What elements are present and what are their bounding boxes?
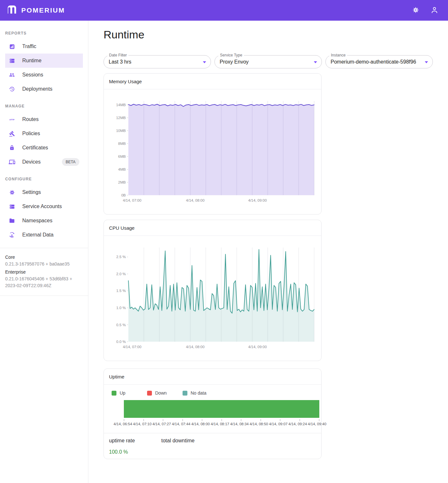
service-type-value: Proxy Envoy (220, 59, 249, 65)
nodata-swatch-icon (183, 391, 187, 396)
sidebar-item-label: Sessions (22, 72, 43, 78)
service-type-select[interactable]: Service Type Proxy Envoy (214, 55, 322, 68)
uptime-axis-label: 4/14, 07:27 (152, 422, 171, 426)
up-swatch-icon (112, 391, 116, 396)
sidebar-item-runtime[interactable]: Runtime (5, 54, 83, 68)
history-icon (8, 86, 15, 93)
uptime-tick (183, 419, 183, 421)
uptime-tick (319, 419, 319, 421)
sidebar-item-settings[interactable]: Settings (5, 185, 83, 199)
uptime-axis-label: 4/14, 07:44 (172, 422, 191, 426)
sidebar-item-policies[interactable]: Policies (5, 126, 83, 141)
main-content: Runtime Date Filter Last 3 hrs Service T… (88, 21, 448, 483)
sidebar-item-namespaces[interactable]: Namespaces (5, 214, 83, 228)
down-swatch-icon (147, 391, 152, 396)
sidebar-item-label: External Data (22, 232, 54, 238)
uptime-bar[interactable] (124, 400, 319, 418)
uptime-stats: uptime rate total downtime 100.0 % (104, 433, 321, 456)
svg-text:2MB: 2MB (118, 180, 126, 184)
sidebar-item-label: Routes (22, 116, 39, 122)
sidebar-item-label: Devices (22, 159, 41, 165)
sidebar-item-service-accounts[interactable]: Service Accounts (5, 199, 83, 214)
legend-label: Up (120, 390, 125, 396)
svg-text:1.5 %: 1.5 % (116, 289, 126, 293)
sidebar-item-traffic[interactable]: Traffic (5, 39, 83, 54)
uptime-title: Uptime (104, 369, 321, 385)
instance-select[interactable]: Instance Pomerium-demo-authenticate-598f… (325, 55, 433, 68)
sidebar-item-certificates[interactable]: Certificates (5, 141, 83, 155)
sidebar-item-routes[interactable]: HTTP Routes (5, 112, 83, 126)
svg-text:12MB: 12MB (116, 116, 126, 120)
section-label-manage: MANAGE (0, 101, 88, 112)
svg-text:4/14, 09:00: 4/14, 09:00 (248, 345, 267, 349)
section-label-reports: REPORTS (0, 28, 88, 39)
sidebar-item-external-data[interactable]: External Data (5, 228, 83, 242)
sidebar-item-label: Policies (22, 131, 40, 136)
uptime-tick (202, 419, 202, 421)
instance-value: Pomerium-demo-authenticate-598f96 (331, 59, 416, 65)
uptime-rate-header: uptime rate (109, 438, 161, 444)
settings-button[interactable] (409, 3, 423, 17)
uptime-axis-label: 4/14, 09:07 (269, 422, 288, 426)
uptime-tick (163, 419, 163, 421)
memory-usage-card: Memory Usage 0B2MB4MB6MB8MB10MB12MB14MB4… (104, 73, 322, 215)
uptime-tick (261, 419, 261, 421)
uptime-tick (241, 419, 241, 421)
page-title: Runtime (104, 28, 433, 41)
svg-text:8MB: 8MB (118, 142, 126, 146)
dns-icon (8, 203, 15, 210)
beta-badge: BETA (62, 158, 79, 166)
memory-usage-title: Memory Usage (104, 74, 321, 89)
service-type-label: Service Type (218, 53, 244, 57)
uptime-axis-label: 4/14, 06:54 (114, 422, 132, 426)
pomerium-logo-icon (6, 5, 17, 16)
sidebar: REPORTS Traffic Runtime Sessions (0, 21, 88, 483)
uptime-axis-labels: 4/14, 06:544/14, 07:104/14, 07:274/14, 0… (114, 422, 326, 426)
svg-text:10MB: 10MB (116, 129, 126, 133)
svg-text:4/14, 07:00: 4/14, 07:00 (123, 345, 142, 349)
total-downtime-value (161, 449, 214, 455)
chevron-down-icon (203, 61, 206, 63)
svg-text:0.5 %: 0.5 % (116, 323, 126, 327)
sidebar-item-label: Namespaces (22, 218, 52, 224)
svg-text:HTTP: HTTP (9, 119, 14, 121)
uptime-tick (300, 419, 300, 421)
sidebar-item-devices[interactable]: Devices BETA (5, 155, 83, 169)
dns-icon (8, 57, 15, 64)
uptime-tick (222, 419, 222, 421)
bar-chart-icon (8, 43, 15, 50)
memory-usage-chart: 0B2MB4MB6MB8MB10MB12MB14MB4/14, 07:004/1… (109, 98, 317, 209)
uptime-rate-value: 100.0 % (109, 449, 161, 455)
brand-name: POMERIUM (21, 6, 65, 14)
gavel-icon (8, 130, 15, 137)
date-filter-value: Last 3 hrs (109, 59, 131, 65)
sidebar-item-deployments[interactable]: Deployments (5, 82, 83, 96)
svg-text:6MB: 6MB (118, 155, 126, 158)
legend-label: No data (191, 390, 206, 396)
uptime-axis-label: 4/14, 09:24 (288, 422, 307, 426)
account-icon (431, 6, 438, 15)
uptime-axis-label: 4/14, 08:00 (191, 422, 210, 426)
legend-item-up: Up (112, 390, 147, 396)
version-info: Core 0.21.3-1679587076 + ba0aae35 Enterp… (0, 248, 88, 296)
uptime-timeline: 4/14, 06:544/14, 07:104/14, 07:274/14, 0… (109, 400, 316, 431)
brand[interactable]: POMERIUM (6, 5, 65, 16)
sidebar-item-label: Certificates (22, 145, 48, 151)
uptime-axis-ticks (124, 419, 319, 421)
svg-text:2.0 %: 2.0 % (116, 272, 126, 276)
uptime-tick (280, 419, 280, 421)
uptime-axis-label: 4/14, 08:17 (211, 422, 229, 426)
svg-text:1.0 %: 1.0 % (116, 306, 126, 310)
svg-text:0B: 0B (121, 193, 126, 197)
external-data-icon (8, 231, 15, 238)
account-button[interactable] (427, 3, 442, 17)
enterprise-version-value: 0.21.0-1676045406 + 53d6bf83 + 2023-02-0… (5, 276, 83, 289)
core-version-value: 0.21.3-1679587076 + ba0aae35 (5, 261, 83, 267)
legend-item-nodata: No data (183, 390, 218, 396)
uptime-tick (144, 419, 144, 421)
date-filter-select[interactable]: Date Filter Last 3 hrs (104, 55, 211, 68)
uptime-legend: Up Down No data (112, 390, 316, 396)
http-icon: HTTP (8, 116, 15, 123)
svg-text:4/14, 07:00: 4/14, 07:00 (123, 198, 142, 202)
sidebar-item-sessions[interactable]: Sessions (5, 68, 83, 82)
